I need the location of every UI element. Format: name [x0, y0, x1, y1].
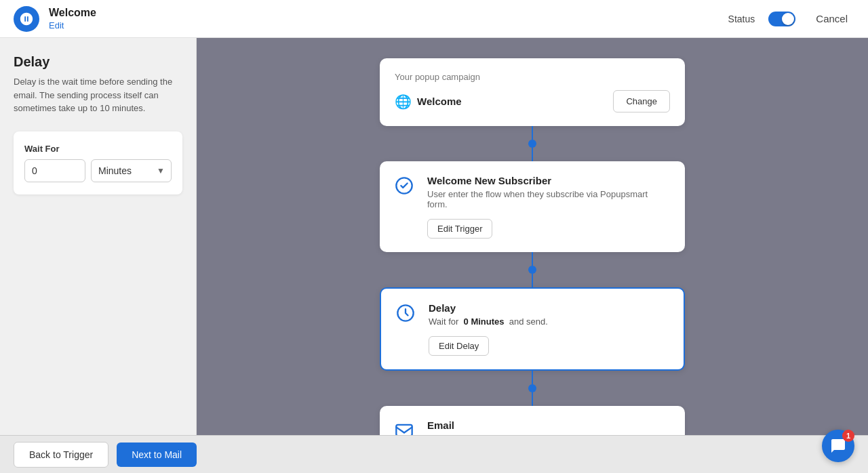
connector-1: [380, 126, 685, 161]
logo: [14, 6, 39, 32]
edit-trigger-button[interactable]: Edit Trigger: [427, 219, 492, 239]
line-bot-1: [532, 148, 533, 161]
header-right: Status Cancel: [728, 9, 854, 28]
trigger-subtitle: User enter the flow when they subscribe …: [427, 189, 670, 209]
svg-rect-2: [396, 425, 412, 436]
email-title: Email: [427, 419, 670, 431]
popup-name-text: Welcome: [417, 96, 462, 107]
header-title: Welcome: [49, 6, 728, 19]
line-bot-3: [532, 392, 533, 406]
panel-description: Delay is the wait time before sending th…: [14, 75, 182, 115]
delay-card: Delay Wait for 0 Minutes and send. Edit …: [380, 287, 685, 371]
chat-badge: 1: [842, 430, 854, 442]
delay-and-send: and send.: [509, 316, 548, 327]
line-bot-2: [532, 274, 533, 287]
toggle-knob: [782, 13, 794, 25]
right-panel: Your popup campaign 🌐 Welcome Change: [197, 38, 868, 473]
dot-mid-2: [528, 266, 536, 274]
main-area: Delay Delay is the wait time before send…: [0, 38, 868, 473]
delay-icon: [396, 304, 415, 323]
header-edit-link[interactable]: Edit: [49, 20, 64, 30]
delay-wait-value: 0 Minutes: [464, 316, 505, 327]
flow-container: Your popup campaign 🌐 Welcome Change: [380, 58, 685, 473]
popup-name: 🌐 Welcome: [395, 94, 462, 110]
popup-card-label: Your popup campaign: [395, 72, 670, 82]
chat-bubble[interactable]: 1: [822, 430, 854, 462]
wait-inputs: Minutes Hours Days ▼: [24, 159, 172, 182]
trigger-content: Welcome New Subscriber User enter the fl…: [427, 175, 670, 239]
wait-unit-select[interactable]: Minutes Hours Days: [91, 159, 172, 182]
popup-campaign-card: Your popup campaign 🌐 Welcome Change: [380, 58, 685, 126]
back-to-trigger-button[interactable]: Back to Trigger: [14, 442, 108, 468]
delay-title: Delay: [429, 302, 669, 314]
wait-number-input[interactable]: [24, 159, 85, 182]
globe-icon: 🌐: [395, 94, 412, 110]
cancel-button[interactable]: Cancel: [809, 9, 854, 28]
next-to-mail-button[interactable]: Next to Mail: [117, 443, 197, 467]
change-button[interactable]: Change: [613, 90, 670, 112]
wait-form: Wait For Minutes Hours Days ▼: [14, 131, 182, 194]
wait-unit-wrapper: Minutes Hours Days ▼: [91, 159, 172, 182]
line-top-3: [532, 371, 533, 384]
dot-mid-3: [528, 384, 536, 392]
panel-title: Delay: [14, 54, 182, 70]
trigger-title: Welcome New Subscriber: [427, 175, 670, 186]
left-panel: Delay Delay is the wait time before send…: [0, 38, 197, 473]
bottom-bar: Back to Trigger Next to Mail: [0, 435, 868, 473]
trigger-card: Welcome New Subscriber User enter the fl…: [380, 161, 685, 252]
line-top-1: [532, 126, 533, 140]
status-label: Status: [728, 14, 755, 24]
dot-mid-1: [528, 140, 536, 148]
trigger-icon: [395, 176, 414, 195]
header-title-block: Welcome Edit: [49, 6, 728, 31]
edit-delay-button[interactable]: Edit Delay: [429, 336, 489, 356]
header: Welcome Edit Status Cancel: [0, 0, 868, 38]
line-top-2: [532, 252, 533, 266]
connector-2: [380, 252, 685, 287]
connector-3: [380, 371, 685, 406]
delay-wait-text: Wait for: [429, 316, 458, 327]
popup-name-row: 🌐 Welcome Change: [395, 90, 670, 112]
status-toggle[interactable]: [768, 12, 795, 26]
wait-for-label: Wait For: [24, 144, 172, 154]
delay-content: Delay Wait for 0 Minutes and send. Edit …: [429, 302, 669, 356]
delay-description: Wait for 0 Minutes and send.: [429, 316, 669, 327]
